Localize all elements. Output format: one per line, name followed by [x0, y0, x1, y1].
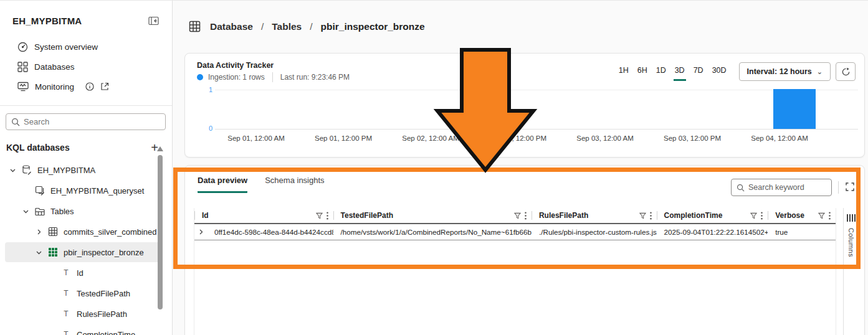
- y-axis-tick-1: 1: [196, 86, 212, 93]
- x-axis-label: Sep 02, 12:00 PM: [479, 134, 556, 142]
- kebab-menu-icon[interactable]: [761, 212, 763, 220]
- main-area: Database / Tables / pbir_inspector_bronz…: [173, 1, 868, 335]
- column-header-label: Id: [202, 211, 209, 220]
- columns-side-panel[interactable]: Columns: [843, 208, 858, 335]
- divider: [838, 181, 839, 194]
- tree-item-label: EH_MYPBITMA_queryset: [50, 186, 144, 196]
- external-link-icon[interactable]: [100, 82, 109, 91]
- ingestion-bar[interactable]: [773, 89, 816, 129]
- table-grid-icon: [189, 21, 201, 32]
- table-green-icon: [47, 247, 59, 257]
- string-type-icon: T: [60, 330, 72, 335]
- data-preview-card: Data previewSchema insights Id TestedFil…: [184, 165, 865, 335]
- string-type-icon: T: [60, 309, 72, 318]
- chevron-down-icon: ⌄: [817, 68, 823, 76]
- nav-label: System overview: [34, 42, 98, 52]
- tab-data-preview[interactable]: Data preview: [198, 176, 247, 193]
- time-range-group: 1H6H1D3D7D30D: [618, 62, 728, 81]
- sidebar-item-monitoring[interactable]: Monitoring: [0, 77, 172, 97]
- ingestion-legend-label: Ingestion: 1 rows: [208, 73, 265, 82]
- interval-label: Interval: 12 hours: [747, 67, 812, 76]
- tree-item-label: TestedFilePath: [77, 289, 130, 298]
- chevron-down-icon[interactable]: [22, 208, 29, 215]
- filter-icon[interactable]: [750, 212, 757, 219]
- sidebar: EH_MYPBITMA System overview Databases Mo…: [0, 1, 173, 335]
- kebab-menu-icon[interactable]: [327, 212, 328, 220]
- sidebar-search[interactable]: [6, 113, 166, 130]
- tree-item-testedfilepath[interactable]: TTestedFilePath: [5, 283, 162, 303]
- tab-schema-insights[interactable]: Schema insights: [265, 176, 324, 193]
- chevron-down-icon[interactable]: [9, 167, 16, 174]
- tree-item-id[interactable]: TId: [5, 263, 162, 283]
- tree-item-commits_silver_combined[interactable]: commits_silver_combined: [5, 222, 162, 242]
- collapse-pane-icon[interactable]: [146, 13, 161, 28]
- data-grid: Id TestedFilePath RulesFilePath Completi…: [194, 208, 836, 335]
- filter-icon[interactable]: [514, 212, 521, 219]
- kebab-menu-icon[interactable]: [650, 212, 652, 220]
- scrollbar-up-arrow[interactable]: [157, 146, 163, 151]
- keyword-search-box[interactable]: [731, 179, 832, 196]
- breadcrumb-database[interactable]: Database: [210, 21, 253, 32]
- refresh-icon: [841, 67, 851, 77]
- filter-icon[interactable]: [316, 212, 323, 219]
- column-header-testedfilepath[interactable]: TestedFilePath: [333, 208, 532, 223]
- search-icon: [11, 118, 20, 126]
- tree-item-label: CompletionTime: [77, 330, 135, 335]
- chevron-right-icon[interactable]: [35, 229, 42, 235]
- table-row[interactable]: 0ff1e4dc-598c-48ea-844d-b4424ccd8c87/hom…: [194, 224, 836, 240]
- column-header-id[interactable]: Id: [194, 208, 333, 223]
- range-button-30d[interactable]: 30D: [711, 62, 728, 81]
- kebab-menu-icon[interactable]: [525, 212, 527, 220]
- database-tree: EH_MYPBITMAEH_MYPBITMA_querysetTablescom…: [0, 160, 172, 335]
- gauge-icon: [17, 42, 28, 52]
- tree-item-label: EH_MYPBITMA: [37, 166, 95, 175]
- expand-fullscreen-icon[interactable]: [843, 180, 857, 194]
- eventhouse-title: EH_MYPBITMA: [12, 16, 82, 26]
- column-header-completiontime[interactable]: CompletionTime: [657, 208, 768, 223]
- x-axis-label: Sep 01, 12:00 PM: [305, 134, 382, 142]
- range-button-3d[interactable]: 3D: [674, 62, 686, 81]
- refresh-button[interactable]: [836, 62, 856, 81]
- x-axis-label: Sep 03, 12:00 PM: [654, 134, 731, 142]
- kebab-menu-icon[interactable]: [829, 212, 831, 220]
- row-expand-chevron-icon[interactable]: [194, 229, 207, 235]
- tracker-title: Data Activity Tracker: [197, 61, 274, 70]
- scrollbar-thumb[interactable]: [158, 155, 163, 309]
- sidebar-item-databases[interactable]: Databases: [0, 57, 172, 77]
- tree-item-tables[interactable]: Tables: [5, 201, 162, 221]
- sidebar-nav: System overview Databases Monitoring: [0, 31, 172, 100]
- keyword-search-input[interactable]: [748, 183, 826, 192]
- column-header-verbose[interactable]: Verbose: [768, 208, 836, 223]
- filter-icon[interactable]: [639, 212, 646, 219]
- tree-item-pbir_inspector_bronze[interactable]: pbir_inspector_bronze: [5, 242, 162, 262]
- search-input[interactable]: [24, 117, 160, 126]
- chevron-down-icon[interactable]: [35, 249, 42, 256]
- nav-label: Monitoring: [35, 82, 74, 92]
- tree-item-label: Tables: [50, 207, 74, 216]
- range-button-6h[interactable]: 6H: [636, 62, 649, 81]
- breadcrumb-tables[interactable]: Tables: [272, 21, 302, 32]
- info-icon[interactable]: [85, 82, 94, 91]
- sidebar-item-system-overview[interactable]: System overview: [0, 37, 172, 57]
- range-button-1h[interactable]: 1H: [618, 62, 630, 81]
- preview-tabs: Data previewSchema insights: [198, 176, 325, 193]
- tree-item-rulesfilepath[interactable]: TRulesFilePath: [5, 304, 162, 324]
- tree-item-eh_mypbitma_queryset[interactable]: EH_MYPBITMA_queryset: [5, 181, 162, 201]
- column-header-label: TestedFilePath: [341, 211, 393, 220]
- column-header-rulesfilepath[interactable]: RulesFilePath: [532, 208, 657, 223]
- filter-icon[interactable]: [818, 212, 825, 219]
- cell-id: 0ff1e4dc-598c-48ea-844d-b4424ccd8c87: [207, 228, 333, 236]
- breadcrumb: Database / Tables / pbir_inspector_bronz…: [189, 21, 425, 32]
- string-type-icon: T: [60, 268, 72, 277]
- tree-item-label: commits_silver_combined: [64, 227, 157, 237]
- y-axis-tick-0: 0: [196, 125, 212, 132]
- tree-item-completiontime[interactable]: TCompletionTime: [5, 324, 162, 335]
- interval-dropdown[interactable]: Interval: 12 hours ⌄: [739, 62, 831, 81]
- monitor-icon: [17, 82, 29, 92]
- search-icon: [737, 184, 745, 192]
- range-button-1d[interactable]: 1D: [655, 62, 667, 81]
- range-button-7d[interactable]: 7D: [692, 62, 705, 81]
- x-axis-label: Sep 02, 12:00 AM: [392, 134, 469, 142]
- queryset-icon: [34, 186, 45, 196]
- tree-item-eh_mypbitma[interactable]: EH_MYPBITMA: [5, 160, 162, 180]
